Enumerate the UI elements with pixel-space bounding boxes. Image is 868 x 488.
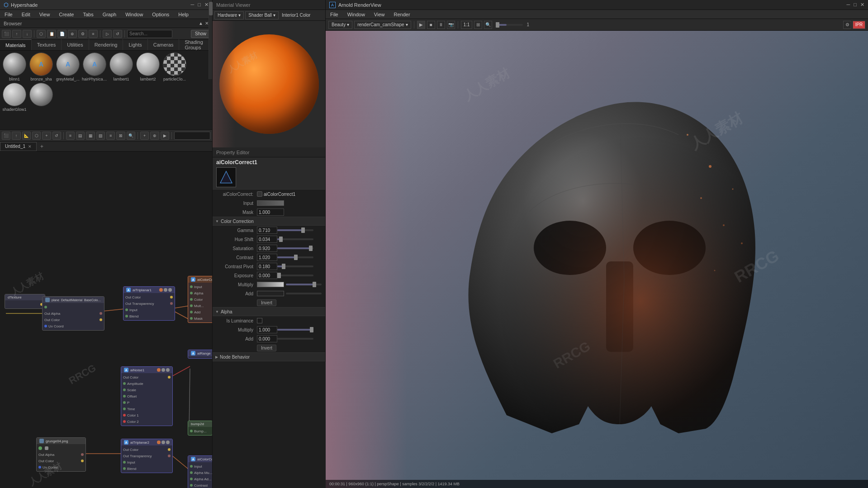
pause-render-btn[interactable]: ⏸	[437, 21, 445, 29]
graph-tb-13[interactable]: 🔍	[127, 132, 135, 140]
prop-alphaadd-input[interactable]	[257, 335, 277, 342]
prop-contrastpivot-handle[interactable]	[282, 264, 285, 269]
stop-render-btn[interactable]: ■	[427, 21, 435, 29]
node-aicolorcorr2[interactable]: A aiColorCorr... Input Alpha Mu... Alpha…	[188, 455, 212, 488]
material-item-lambert2[interactable]: lambert2	[135, 52, 161, 81]
node-plane-mat[interactable]: plane_DefaultMaterial_BaseColor.png Out …	[42, 296, 104, 331]
browser-search-input[interactable]	[127, 30, 172, 38]
material-item-lambert1[interactable]: lambert1	[109, 52, 134, 81]
prop-gamma-slider[interactable]	[277, 229, 313, 231]
node-dtexture[interactable]: dTexture	[5, 294, 45, 309]
prop-contrastpivot-slider[interactable]	[277, 265, 313, 267]
prop-saturation-slider[interactable]	[277, 247, 313, 249]
tab-shading-groups[interactable]: Shading Groups	[179, 39, 209, 50]
menu-file[interactable]: File	[3, 12, 14, 17]
prop-exposure-input[interactable]	[257, 272, 277, 279]
settings-btn[interactable]: ⚙	[843, 21, 851, 29]
menu-tabs[interactable]: Tabs	[81, 12, 95, 17]
invert-button[interactable]: Invert	[257, 299, 276, 306]
show-button[interactable]: Show	[191, 30, 210, 38]
browser-tb-btn-5[interactable]: 📋	[47, 30, 56, 38]
graph-tb-6[interactable]: ↺	[52, 132, 61, 140]
prop-alphamult-slider[interactable]	[277, 329, 313, 331]
prop-mask-input[interactable]	[257, 208, 284, 216]
hypershade-minimize-btn[interactable]: ─	[191, 2, 194, 8]
node-aitriplanar2[interactable]: A aiTriplanar2 Out Color Out Transparenc…	[121, 439, 173, 473]
prop-multiply-swatch[interactable]	[257, 282, 284, 287]
camera-dropdown[interactable]: renderCam_camShape ▾	[354, 21, 411, 29]
browser-tb-btn-8[interactable]: ⚙	[78, 30, 87, 38]
graph-tb-11[interactable]: ≡	[106, 132, 115, 140]
prop-input-swatch[interactable]	[257, 200, 284, 206]
graph-tb-16[interactable]: ▶	[161, 132, 169, 140]
snap-btn[interactable]: 📷	[447, 21, 455, 29]
node-airange[interactable]: A aiRange	[188, 350, 212, 359]
tab-utilities[interactable]: Utilities	[62, 39, 89, 50]
prop-contrast-handle[interactable]	[294, 255, 298, 260]
graph-tb-15[interactable]: ⊕	[150, 132, 159, 140]
prop-hueshift-slider[interactable]	[277, 238, 313, 240]
menu-view[interactable]: View	[38, 12, 52, 17]
color-correction-section-header[interactable]: ▼ Color Correction	[213, 217, 325, 226]
material-item-greymetal[interactable]: A greyMetal_...	[55, 52, 81, 81]
arnold-minimize-btn[interactable]: ─	[847, 2, 850, 8]
ratio-btn[interactable]: 1:1	[461, 21, 473, 29]
prop-isluminance-checkbox[interactable]	[257, 318, 262, 323]
graph-tb-14[interactable]: +	[140, 132, 149, 140]
material-item-bronze[interactable]: A bronze_sha	[28, 52, 54, 81]
browser-tb-btn-10[interactable]: ▷	[103, 30, 112, 38]
shader-type-dropdown[interactable]: Shader Ball ▾	[245, 11, 279, 19]
prop-contrast-input[interactable]	[257, 254, 277, 261]
material-item-particle[interactable]: particleClo...	[162, 52, 187, 81]
browser-tb-btn-7[interactable]: ⊕	[68, 30, 77, 38]
tab-textures[interactable]: Textures	[32, 39, 62, 50]
material-item-shader[interactable]: shaderGlow1	[2, 83, 27, 112]
hardware-dropdown[interactable]: Hardware ▾	[214, 11, 244, 19]
render-btn[interactable]: ▶	[417, 21, 425, 29]
browser-tb-btn-11[interactable]: ↺	[113, 30, 122, 38]
arnold-menu-view[interactable]: View	[372, 12, 387, 17]
node-aicolorcorr1[interactable]: A aiColorCor... Input Alpha Color	[188, 276, 212, 323]
browser-tb-btn-1[interactable]: ⬛	[2, 30, 11, 38]
browser-tb-btn-9[interactable]: ≡	[89, 30, 98, 38]
browser-tb-btn-4[interactable]: ⬡	[37, 30, 46, 38]
tab-cameras[interactable]: Cameras	[148, 39, 180, 50]
prop-multiply-handle[interactable]	[313, 282, 316, 287]
prop-hueshift-input[interactable]	[257, 236, 277, 243]
arnold-maximize-btn[interactable]: □	[854, 2, 857, 8]
menu-edit[interactable]: Edit	[20, 12, 32, 17]
menu-create[interactable]: Create	[57, 12, 76, 17]
menu-options[interactable]: Options	[150, 12, 171, 17]
zoom-slider[interactable]	[496, 24, 523, 26]
menu-window[interactable]: Window	[123, 12, 145, 17]
arnold-close-btn[interactable]: ✕	[860, 2, 864, 8]
prop-exposure-slider[interactable]	[277, 275, 313, 276]
browser-tb-btn-6[interactable]: 📄	[57, 30, 66, 38]
graph-tb-10[interactable]: ▧	[96, 132, 105, 140]
material-item-hair[interactable]: A hairPhysical...	[82, 52, 107, 81]
prop-multiply-slider[interactable]	[286, 284, 322, 285]
menu-graph[interactable]: Graph	[101, 12, 119, 17]
tab-rendering[interactable]: Rendering	[89, 39, 123, 50]
prop-exposure-handle[interactable]	[277, 273, 281, 278]
zoom-handle[interactable]	[496, 22, 499, 28]
node-ainoise1[interactable]: A aiNoise1 Out Color Amplitude	[121, 366, 173, 426]
zoom-in-btn[interactable]: 🔍	[484, 21, 492, 29]
arnold-menu-file[interactable]: File	[328, 12, 340, 17]
node-grunge04[interactable]: grunge04.png Out Alpha Out Color Uv Co	[36, 437, 86, 472]
graph-tb-2[interactable]: ↑	[12, 132, 20, 140]
graph-tb-8[interactable]: ▤	[76, 132, 85, 140]
prop-alphamult-input[interactable]	[257, 326, 277, 333]
beauty-dropdown[interactable]: Beauty ▾	[328, 21, 352, 29]
tab-lights[interactable]: Lights	[123, 39, 147, 50]
alpha-invert-button[interactable]: Invert	[257, 345, 276, 351]
prop-add-swatch[interactable]	[257, 291, 284, 296]
graph-tb-3[interactable]: 📐	[22, 132, 31, 140]
node-bump2d[interactable]: bump2d Bump...	[188, 421, 212, 436]
material-item-blinn1[interactable]: blinn1	[2, 52, 27, 81]
browser-collapse-btn[interactable]: ▲	[199, 21, 203, 26]
prop-saturation-handle[interactable]	[309, 246, 313, 251]
alpha-section-header[interactable]: ▼ Alpha	[213, 307, 325, 316]
node-aitriplanar1[interactable]: A aiTriplanar1 Out Color Out Transparenc…	[123, 286, 175, 321]
hypershade-maximize-btn[interactable]: □	[198, 2, 201, 8]
